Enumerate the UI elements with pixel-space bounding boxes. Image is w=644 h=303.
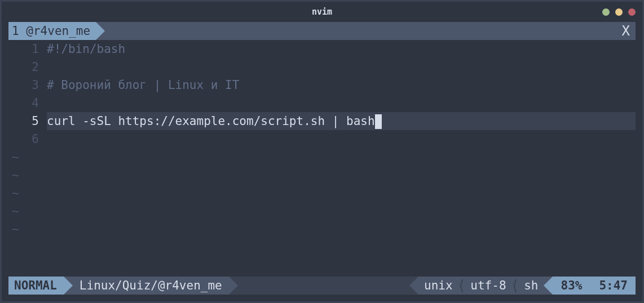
tilde-icon: ~: [8, 222, 19, 236]
tilde-icon: ~: [8, 168, 19, 182]
separator-right-icon: [64, 277, 73, 295]
tilde-icon: ~: [8, 150, 19, 164]
editor-line: 6: [8, 130, 636, 148]
line-number: 2: [8, 60, 47, 74]
status-spacer: [238, 277, 409, 295]
tab-1[interactable]: 1 @r4ven_me: [8, 22, 96, 40]
titlebar: nvim: [2, 2, 642, 22]
tabline: 1 @r4ven_me X: [8, 22, 636, 40]
editor-area[interactable]: 1 #!/bin/bash 2 3 # Вороний блог | Linux…: [8, 40, 636, 238]
statusline: NORMAL Linux/Quiz/@r4ven_me unix ⟨ utf-8…: [8, 277, 636, 295]
editor-empty-line: ~: [8, 184, 636, 202]
editor-empty-line: ~: [8, 166, 636, 184]
maximize-button[interactable]: [615, 8, 623, 16]
editor-line-current: 5 curl -sSL https://example.com/script.s…: [8, 112, 636, 130]
separator-left-icon: [544, 277, 553, 295]
minimize-button[interactable]: [602, 8, 610, 16]
tilde-icon: ~: [8, 186, 19, 200]
mode-indicator: NORMAL: [8, 277, 64, 295]
scroll-percent: 83%: [561, 279, 582, 292]
editor-line: 2: [8, 58, 636, 76]
filetype: sh: [524, 279, 538, 292]
editor-empty-line: ~: [8, 220, 636, 238]
cursor-icon: [375, 114, 382, 129]
encoding: utf-8: [470, 279, 506, 292]
editor-line: 4: [8, 94, 636, 112]
chevron-left-icon: ⟨: [506, 277, 524, 295]
file-path: Linux/Quiz/@r4ven_me: [73, 277, 229, 295]
window-title: nvim: [312, 7, 332, 17]
editor-empty-line: ~: [8, 148, 636, 166]
position-indicator: 83% 5:47: [553, 277, 636, 295]
editor-line: 1 #!/bin/bash: [8, 40, 636, 58]
close-button[interactable]: [628, 8, 636, 16]
tab-separator-icon: [96, 22, 105, 40]
line-number: 5: [8, 114, 47, 128]
cursor-position: 5:47: [599, 279, 628, 292]
separator-left-icon: [409, 277, 418, 295]
tab-close-button[interactable]: X: [616, 22, 636, 40]
line-number: 6: [8, 132, 47, 146]
editor-empty-line: ~: [8, 202, 636, 220]
fileformat: unix: [424, 279, 453, 292]
line-number: 4: [8, 96, 47, 110]
line-number: 1: [8, 42, 47, 56]
code-text[interactable]: # Вороний блог | Linux и IT: [47, 78, 636, 92]
code-text[interactable]: #!/bin/bash: [47, 42, 636, 56]
tab-label: @r4ven_me: [26, 24, 90, 38]
editor-line: 3 # Вороний блог | Linux и IT: [8, 76, 636, 94]
separator-right-icon: [229, 277, 238, 295]
code-text[interactable]: curl -sSL https://example.com/script.sh …: [47, 112, 636, 130]
tab-number: 1: [12, 24, 19, 38]
tilde-icon: ~: [8, 204, 19, 218]
file-info: unix ⟨ utf-8 ⟨ sh: [418, 277, 544, 295]
line-number: 3: [8, 78, 47, 92]
window-controls: [602, 8, 636, 16]
chevron-left-icon: ⟨: [453, 277, 471, 295]
